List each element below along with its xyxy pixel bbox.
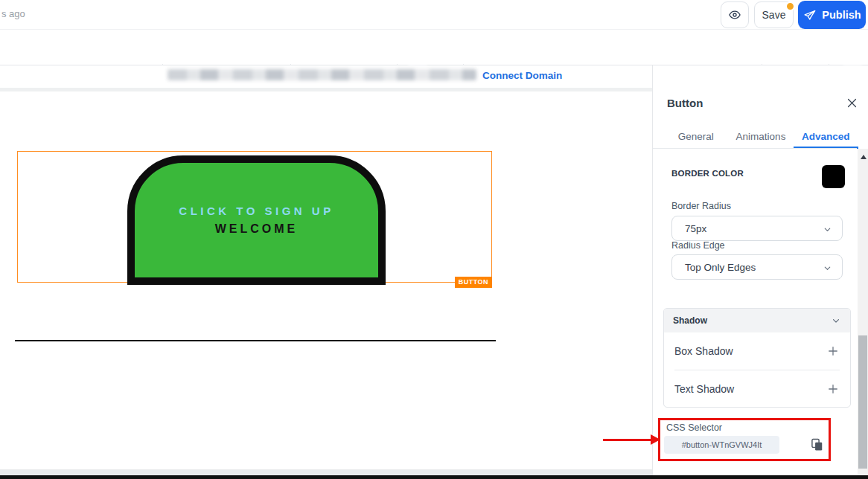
css-selector-label: CSS Selector [666, 422, 825, 433]
bottom-edge-bar [0, 475, 868, 479]
eye-icon [727, 7, 742, 22]
add-box-shadow-button[interactable] [826, 344, 840, 358]
last-saved-text: s ago [1, 8, 25, 19]
border-color-label: BORDER COLOR [671, 169, 744, 178]
annotation-arrow-head [651, 434, 660, 445]
scrollbar-up-arrow[interactable] [861, 155, 867, 159]
connect-domain-link[interactable]: Connect Domain [482, 70, 562, 81]
close-icon[interactable] [846, 97, 859, 110]
divider-element[interactable] [15, 340, 496, 341]
copy-icon[interactable] [810, 437, 825, 452]
border-radius-value: 75px [685, 223, 706, 234]
preview-button[interactable] [721, 1, 749, 28]
send-icon [802, 8, 817, 22]
add-text-shadow-button[interactable] [826, 382, 840, 396]
border-color-swatch[interactable] [822, 165, 845, 188]
domain-bar: Connect Domain [0, 65, 652, 88]
panel-title: Button [667, 97, 703, 109]
shadow-label: Shadow [673, 315, 707, 326]
css-selector-annotation-box: CSS Selector #button-WTnGVWJ4It [658, 418, 831, 461]
site-button-element[interactable]: CLICK TO SIGN UP WELCOME [127, 155, 386, 285]
canvas-bottom-edge [0, 469, 652, 475]
text-shadow-row: Text Shadow [664, 370, 850, 408]
panel-scrollbar[interactable] [858, 149, 868, 479]
selection-type-badge: BUTTON [455, 277, 492, 288]
selected-element-outline: CLICK TO SIGN UP WELCOME BUTTON [17, 151, 492, 283]
radius-edge-label: Radius Edge [671, 240, 725, 251]
button-text-line2: WELCOME [215, 222, 299, 236]
panel-tabs: General Animations Advanced [663, 125, 858, 148]
shadow-section-header[interactable]: Shadow [664, 309, 850, 332]
publish-label: Publish [822, 9, 861, 21]
unsaved-changes-badge [785, 1, 795, 11]
chevron-down-icon [823, 225, 832, 234]
tab-animations[interactable]: Animations [728, 125, 793, 148]
box-shadow-row: Box Shadow [664, 332, 850, 370]
editor-toolbar: Content AI Demo [0, 30, 868, 65]
shadow-section: Shadow Box Shadow Text Shadow [663, 308, 851, 408]
button-text-line1: CLICK TO SIGN UP [179, 205, 334, 217]
chevron-down-icon [823, 263, 832, 273]
tab-general[interactable]: General [663, 125, 728, 148]
text-shadow-label: Text Shadow [674, 383, 734, 395]
chevron-down-icon [831, 315, 841, 326]
box-shadow-label: Box Shadow [674, 345, 733, 357]
tab-advanced[interactable]: Advanced [794, 125, 858, 148]
button-settings-panel: Button General Animations Advanced BORDE… [652, 65, 868, 479]
blurred-site-url [167, 69, 476, 80]
css-selector-row: #button-WTnGVWJ4It [664, 436, 825, 454]
border-radius-label: Border Radius [671, 201, 731, 211]
publish-button[interactable]: Publish [798, 1, 866, 29]
tabs-divider [653, 148, 857, 149]
top-bar: s ago Save Publish [0, 0, 868, 30]
radius-edge-value: Top Only Edges [685, 262, 756, 273]
page-canvas[interactable]: CLICK TO SIGN UP WELCOME BUTTON [0, 91, 652, 475]
border-radius-select[interactable]: 75px [671, 216, 843, 241]
annotation-arrow [603, 439, 652, 441]
radius-edge-select[interactable]: Top Only Edges [671, 254, 843, 280]
scrollbar-thumb[interactable] [858, 335, 867, 469]
css-selector-value-field[interactable]: #button-WTnGVWJ4It [664, 436, 779, 454]
